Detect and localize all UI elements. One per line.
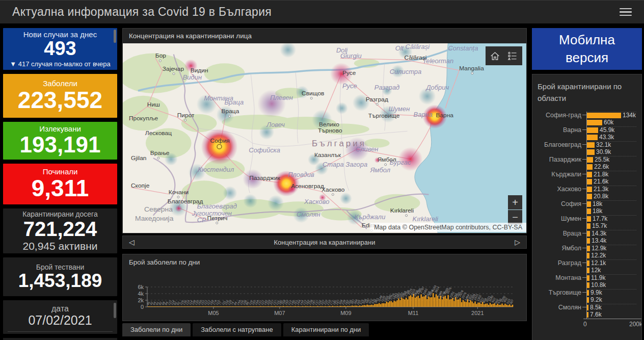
region-bar — [586, 305, 588, 310]
region-bar-row: 10.8k — [538, 281, 636, 289]
mobile-version-button[interactable]: Мобилна версия — [532, 28, 642, 70]
svg-text:Кочани: Кочани — [169, 189, 189, 196]
region-bar-row: 12k — [538, 267, 636, 274]
region-label: Разград — [538, 259, 582, 267]
axis-tick — [582, 307, 586, 307]
svg-text:Варна: Варна — [436, 112, 453, 119]
svg-text:Шумен: Шумен — [389, 105, 410, 113]
tab-daily-cases[interactable]: Заболели по дни — [122, 323, 191, 336]
bar-area: 11.9k — [586, 274, 636, 282]
svg-text:Прокупље: Прокупље — [129, 115, 158, 122]
svg-text:M07: M07 — [274, 310, 285, 316]
page-title: Актуална информация за Covid 19 в Българ… — [12, 5, 618, 19]
svg-text:Благоевград: Благоевград — [168, 198, 203, 205]
svg-text:Смолян: Смолян — [297, 211, 320, 218]
region-value: 22.6k — [594, 163, 609, 170]
region-bar-row: 43.3k — [538, 134, 636, 141]
region-bar-row: Ямбол12.9k — [538, 245, 636, 252]
hamburger-menu-icon[interactable] — [618, 6, 634, 18]
bar-area: 10.8k — [586, 281, 636, 289]
bar-area: 21.3k — [586, 186, 636, 193]
openstreetmap-map[interactable]: ВидинМонтанаВрацаПлевенЛовечРусеСилистра… — [123, 43, 526, 233]
region-label: София-град — [538, 112, 582, 119]
stat-card-tested: Брой тествани 1,453,189 — [3, 257, 117, 296]
region-value: 12.1k — [591, 259, 606, 267]
svg-text:Петрич: Петрич — [207, 215, 228, 222]
region-bar-row: София-град134k — [538, 112, 636, 119]
map-panel-title: Концентрация на карантинирани лица — [123, 29, 526, 43]
svg-text:Călărași: Călărași — [405, 54, 427, 61]
sidebar-scrollbar[interactable] — [114, 30, 116, 43]
region-label: Шумен — [538, 215, 582, 222]
center-column: Концентрация на карантинирани лица — [122, 28, 527, 340]
bar-area: 9.2k — [586, 296, 636, 304]
axis-tick — [582, 255, 586, 256]
region-bar — [586, 223, 591, 229]
home-icon[interactable] — [487, 47, 503, 64]
svg-text:2k: 2k — [138, 297, 144, 303]
map-canvas[interactable]: ВидинМонтанаВрацаПлевенЛовечРусеСилистра… — [123, 43, 526, 233]
bar-area: 8.5k — [586, 304, 636, 311]
bar-area: 12.2k — [586, 252, 636, 259]
svg-text:Стара Загора: Стара Загора — [323, 161, 367, 168]
region-label: Пазарджик — [538, 156, 582, 163]
region-bar — [586, 290, 589, 296]
card-scrollbar[interactable] — [114, 303, 116, 318]
map-zoom-controls: + − — [508, 195, 522, 224]
legend-list-icon[interactable] — [504, 47, 521, 64]
axis-tick — [582, 144, 586, 145]
svg-text:Хасково: Хасково — [321, 186, 345, 193]
region-value: 8.5k — [590, 304, 602, 311]
region-label: Ямбол — [538, 245, 582, 252]
region-bar-row: Монтана11.9k — [538, 274, 636, 282]
svg-text:Kırklareli: Kırklareli — [413, 216, 439, 223]
region-bar — [586, 113, 621, 118]
region-value: 45.9k — [600, 126, 614, 134]
bar-area: 43.3k — [586, 134, 636, 141]
bar-area: 17.7k — [586, 215, 636, 223]
svg-text:Хасково: Хасково — [304, 198, 329, 205]
svg-text:Видин: Видин — [191, 67, 208, 74]
zoom-out-button[interactable]: − — [508, 210, 522, 224]
bar-area: 134k — [586, 112, 636, 119]
axis-tick — [582, 174, 586, 174]
stat-value: 493 — [44, 39, 76, 59]
axis-tick — [582, 285, 586, 285]
tab-daily-quarantined[interactable]: Карантинирани по дни — [283, 323, 369, 336]
region-label: София — [538, 200, 582, 207]
axis-tick — [582, 248, 586, 248]
bar-area: 60k — [586, 119, 636, 126]
tab-cumulative-cases[interactable]: Заболели с натрупване — [193, 323, 281, 336]
axis-tick — [582, 115, 586, 115]
zoom-in-button[interactable]: + — [508, 195, 522, 210]
axis-tick — [582, 211, 586, 212]
region-value: 21.8k — [594, 171, 608, 178]
bar-area: 13.4k — [586, 237, 636, 245]
chevron-left-icon[interactable]: ◁ — [128, 238, 136, 246]
stat-card-deceased: Починали 9,311 — [3, 164, 117, 204]
svg-text:Кюстендил: Кюстендил — [198, 166, 234, 173]
svg-text:Свищов: Свищов — [302, 90, 324, 97]
region-bar-row: 13.4k — [538, 237, 636, 245]
svg-text:Ниш: Ниш — [147, 101, 160, 108]
axis-tick — [582, 167, 586, 167]
region-bar-row: 18k — [538, 207, 636, 215]
region-value: 32.1k — [596, 141, 611, 148]
region-bar-chart: София-град134k60kВарна45.9k43.3kБлагоевг… — [538, 112, 636, 319]
region-label: Монтана — [538, 274, 582, 281]
region-bar-row: Хасково21.3k — [538, 186, 636, 193]
region-bar-row: Варна45.9k — [538, 126, 636, 134]
chevron-right-icon[interactable]: ▷ — [514, 238, 521, 246]
axis-tick — [582, 233, 586, 233]
svg-text:Лесковац: Лесковац — [145, 129, 172, 137]
bar-area: 14.3k — [586, 230, 636, 238]
region-value: 11.9k — [591, 274, 605, 281]
bottom-tabs: Заболели по дни Заболели с натрупване Ка… — [122, 323, 527, 336]
svg-text:Ямбол: Ямбол — [378, 156, 396, 163]
region-label: Търговище — [538, 289, 582, 296]
region-value: 20.8k — [594, 193, 608, 200]
region-value: 9.9k — [591, 289, 602, 296]
region-bar-row: София18k — [538, 200, 636, 208]
region-value: 43.3k — [599, 134, 614, 141]
bar-area: 18k — [586, 207, 636, 215]
